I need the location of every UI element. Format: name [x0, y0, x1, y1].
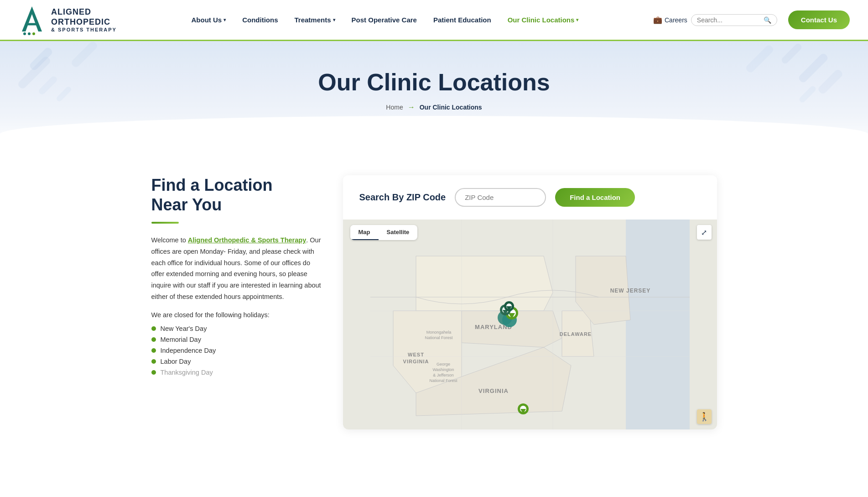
header-right: 💼 Careers 🔍 Contact Us [653, 10, 850, 29]
svg-text:WEST: WEST [408, 352, 424, 357]
list-item: Memorial Day [151, 336, 325, 343]
chevron-down-icon: ▾ [576, 17, 578, 22]
find-location-button[interactable]: Find a Location [555, 188, 635, 207]
brand-sub: & SPORTS THERAPY [51, 27, 117, 32]
search-zip-area: Search By ZIP Code Find a Location [343, 175, 717, 220]
map-tabs: Map Satellite [350, 225, 418, 240]
nav-item-clinic-locations[interactable]: Our Clinic Locations ▾ [499, 16, 587, 24]
section-title: Find a Location Near You [151, 175, 325, 214]
logo-area[interactable]: ALIGNEDORTHOPEDIC & SPORTS THERAPY [18, 4, 117, 36]
contact-us-button[interactable]: Contact Us [788, 10, 850, 29]
bullet-icon [151, 370, 156, 375]
svg-marker-7 [416, 256, 553, 311]
map-tab-satellite[interactable]: Satellite [379, 225, 418, 240]
logo-icon [18, 4, 46, 36]
svg-text:NEW JERSEY: NEW JERSEY [610, 288, 650, 294]
nav-item-about-us[interactable]: About Us ▾ [183, 16, 234, 24]
breadcrumb-arrow: → [408, 103, 415, 111]
svg-text:VIRGINIA: VIRGINIA [478, 387, 509, 394]
pegman-icon: 🚶 [699, 412, 709, 422]
list-item: Labor Day [151, 358, 325, 365]
svg-text:& Jefferson: & Jefferson [433, 373, 453, 377]
chevron-down-icon: ▾ [333, 17, 335, 22]
briefcase-icon: 💼 [653, 16, 662, 24]
svg-text:George: George [436, 362, 450, 366]
holidays-intro: We are closed for the following holidays… [151, 311, 325, 319]
hero-banner: Our Clinic Locations Home → Our Clinic L… [0, 41, 868, 148]
breadcrumb-home[interactable]: Home [386, 104, 403, 111]
bullet-icon [151, 348, 156, 353]
main-nav: About Us ▾ Conditions Treatments ▾ Post … [183, 16, 587, 24]
left-panel: Find a Location Near You Welcome to Alig… [151, 175, 325, 429]
svg-text:Washington: Washington [432, 367, 454, 372]
breadcrumb: Home → Our Clinic Locations [18, 103, 850, 111]
brand-name: ALIGNEDORTHOPEDIC [51, 7, 117, 27]
title-underline [151, 222, 179, 224]
nav-item-post-op[interactable]: Post Operative Care [343, 16, 425, 24]
list-item: Thanksgiving Day [151, 369, 325, 376]
zip-input[interactable] [455, 188, 546, 207]
bullet-icon [151, 337, 156, 342]
nav-item-patient-edu[interactable]: Patient Education [425, 16, 499, 24]
nav-item-treatments[interactable]: Treatments ▾ [286, 16, 343, 24]
site-header: ALIGNEDORTHOPEDIC & SPORTS THERAPY About… [0, 0, 868, 41]
fullscreen-icon: ⤢ [701, 228, 707, 237]
list-item: Independence Day [151, 347, 325, 354]
breadcrumb-current: Our Clinic Locations [420, 104, 482, 111]
svg-rect-6 [626, 220, 690, 429]
search-bar[interactable]: 🔍 [691, 14, 777, 26]
main-content: Find a Location Near You Welcome to Alig… [115, 148, 754, 457]
bullet-icon [151, 326, 156, 331]
careers-link[interactable]: 💼 Careers [653, 16, 687, 24]
svg-text:Monongahela: Monongahela [426, 330, 451, 335]
search-input[interactable] [697, 16, 761, 24]
svg-text:National Forest: National Forest [429, 378, 457, 383]
map-tab-map[interactable]: Map [350, 225, 379, 240]
svg-point-2 [23, 32, 26, 35]
bullet-icon [151, 359, 156, 364]
logo-text: ALIGNEDORTHOPEDIC & SPORTS THERAPY [51, 7, 117, 32]
description: Welcome to Aligned Orthopedic & Sports T… [151, 235, 325, 302]
search-icon[interactable]: 🔍 [764, 16, 771, 24]
page-title: Our Clinic Locations [18, 68, 850, 96]
chevron-down-icon: ▾ [223, 17, 226, 22]
pegman-button[interactable]: 🚶 [697, 409, 712, 424]
map-fullscreen-button[interactable]: ⤢ [697, 225, 712, 240]
list-item: New Year's Day [151, 325, 325, 332]
svg-text:National Forest: National Forest [425, 335, 453, 340]
map-svg: MARYLAND NEW JERSEY DELAWARE WEST VIRGIN… [343, 220, 717, 429]
nav-item-conditions[interactable]: Conditions [234, 16, 286, 24]
brand-link[interactable]: Aligned Orthopedic & Sports Therapy [188, 236, 306, 244]
svg-text:DELAWARE: DELAWARE [559, 331, 591, 337]
svg-point-3 [28, 32, 31, 35]
holiday-list: New Year's Day Memorial Day Independence… [151, 325, 325, 376]
svg-text:VIRGINIA: VIRGINIA [403, 359, 429, 364]
search-zip-label: Search By ZIP Code [359, 192, 446, 203]
map-container: Map Satellite ⤢ 🚶 [343, 220, 717, 429]
svg-point-4 [32, 32, 35, 35]
svg-marker-0 [22, 6, 42, 31]
right-panel: Search By ZIP Code Find a Location Map S… [343, 175, 717, 429]
